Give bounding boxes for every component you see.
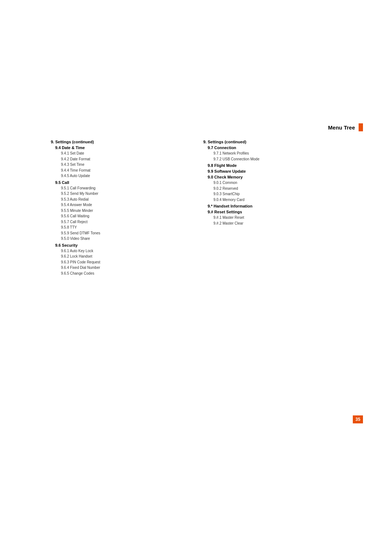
item-9-5-7: 9.5.7 Call Reject	[61, 219, 181, 225]
item-9-5-3: 9.5.3 Auto Redial	[61, 197, 181, 202]
item-9-5-0: 9.5.0 Video Share	[61, 236, 181, 242]
item-9-hash-2: 9.#.2 Master Clear	[213, 221, 334, 226]
page-number-badge: 35	[353, 415, 363, 423]
item-9-5-9: 9.5.9 Send DTMF Tones	[61, 230, 181, 236]
subsection-9-hash: 9.# Reset Settings	[208, 210, 334, 214]
item-9-5-5: 9.5.5 Minute Minder	[61, 208, 181, 214]
item-9-4-5: 9.4.5 Auto Update	[61, 173, 181, 179]
page: Menu Tree 9. Settings (continued) 9.4 Da…	[0, 0, 392, 554]
item-9-7-1: 9.7.1 Network Profiles	[213, 151, 334, 156]
item-9-5-8: 9.5.8 TTY	[61, 225, 181, 230]
item-9-0-4: 9.0.4 Memory Card	[213, 197, 334, 203]
left-column: 9. Settings (continued) 9.4 Date & Time …	[51, 140, 181, 276]
item-9-5-1: 9.5.1 Call Forwarding	[61, 185, 181, 191]
item-9-4-2: 9.4.2 Date Format	[61, 156, 181, 162]
subsection-9-4: 9.4 Date & Time	[55, 145, 181, 150]
subsection-9-star: 9.* Handset Information	[208, 204, 334, 208]
item-9-4-3: 9.4.3 Set Time	[61, 162, 181, 168]
left-section-heading: 9. Settings (continued)	[51, 140, 181, 144]
subsection-9-6: 9.6 Security	[55, 243, 181, 247]
menu-tree-header: Menu Tree	[328, 123, 363, 131]
subsection-9-8: 9.8 Flight Mode	[208, 163, 334, 168]
item-9-4-1: 9.4.1 Set Date	[61, 151, 181, 156]
item-9-6-2: 9.6.2 Lock Handset	[61, 254, 181, 259]
item-9-0-3: 9.0.3 SmartChip	[213, 191, 334, 197]
item-9-5-4: 9.5.4 Answer Mode	[61, 202, 181, 208]
item-9-6-5: 9.6.5 Change Codes	[61, 271, 181, 276]
subsection-9-9: 9.9 Software Update	[208, 169, 334, 173]
item-9-5-6: 9.5.6 Call Waiting	[61, 213, 181, 219]
item-9-4-4: 9.4.4 Time Format	[61, 168, 181, 173]
page-number: 35	[355, 417, 360, 422]
subsection-9-5: 9.5 Call	[55, 180, 181, 185]
content-area: 9. Settings (continued) 9.4 Date & Time …	[51, 140, 341, 276]
subsection-9-0: 9.0 Check Memory	[208, 175, 334, 179]
orange-accent-bar	[359, 123, 363, 131]
item-9-6-1: 9.6.1 Auto Key Lock	[61, 248, 181, 254]
item-9-6-4: 9.6.4 Fixed Dial Number	[61, 265, 181, 271]
menu-tree-title: Menu Tree	[328, 124, 355, 131]
subsection-9-7: 9.7 Connection	[208, 145, 334, 150]
item-9-hash-1: 9.#.1 Master Reset	[213, 215, 334, 221]
right-column: 9. Settings (continued) 9.7 Connection 9…	[203, 140, 334, 276]
right-section-heading: 9. Settings (continued)	[203, 140, 334, 144]
item-9-0-2: 9.0.2 Reserved	[213, 186, 334, 192]
item-9-7-2: 9.7.2 USB Connection Mode	[213, 156, 334, 162]
item-9-0-1: 9.0.1 Common	[213, 180, 334, 186]
item-9-5-2: 9.5.2 Send My Number	[61, 191, 181, 197]
item-9-6-3: 9.6.3 PIN Code Request	[61, 259, 181, 265]
